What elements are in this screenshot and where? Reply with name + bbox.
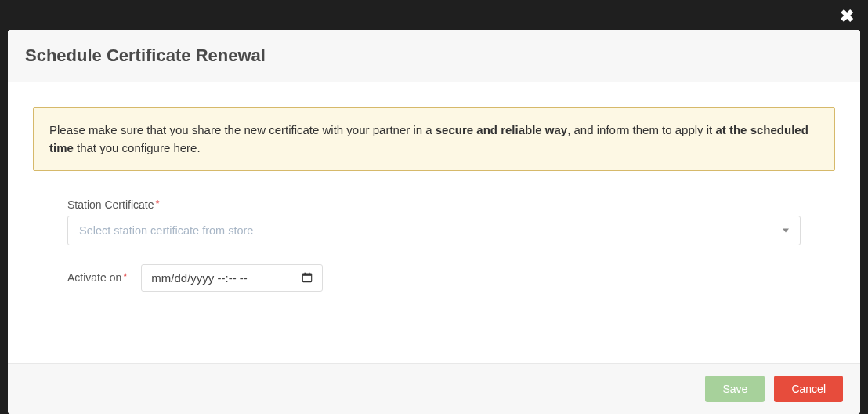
required-mark: * — [156, 198, 160, 209]
modal-footer: Save Cancel — [8, 363, 860, 414]
close-icon[interactable]: ✖ — [840, 6, 854, 27]
calendar-icon — [302, 272, 313, 283]
station-certificate-placeholder: Select station certificate from store — [79, 224, 253, 237]
chevron-down-icon — [783, 228, 789, 232]
modal-header: Schedule Certificate Renewal — [8, 30, 860, 82]
save-button[interactable]: Save — [705, 376, 765, 402]
alert-text-2: , and inform them to apply it — [567, 123, 715, 136]
svg-rect-1 — [303, 274, 312, 276]
station-certificate-select[interactable]: Select station certificate from store — [67, 216, 801, 245]
form-area: Station Certificate* Select station cert… — [33, 198, 835, 292]
warning-alert: Please make sure that you share the new … — [33, 107, 835, 171]
activate-on-placeholder: mm/dd/yyyy --:-- -- — [151, 271, 247, 285]
svg-rect-2 — [305, 273, 306, 275]
activate-on-label: Activate on — [67, 271, 121, 284]
modal-title: Schedule Certificate Renewal — [25, 45, 843, 66]
activate-on-row: Activate on* mm/dd/yyyy --:-- -- — [67, 264, 801, 292]
schedule-certificate-renewal-modal: Schedule Certificate Renewal Please make… — [8, 30, 860, 414]
modal-body: Please make sure that you share the new … — [8, 82, 860, 363]
required-mark: * — [123, 271, 127, 282]
cancel-button[interactable]: Cancel — [774, 376, 843, 402]
alert-text-3: that you configure here. — [74, 141, 201, 154]
activate-on-input[interactable]: mm/dd/yyyy --:-- -- — [141, 264, 323, 292]
station-certificate-label: Station Certificate — [67, 198, 154, 211]
alert-text-1: Please make sure that you share the new … — [49, 123, 436, 136]
station-certificate-row: Station Certificate* Select station cert… — [67, 198, 801, 245]
svg-rect-3 — [309, 273, 309, 275]
alert-bold-1: secure and reliable way — [436, 123, 567, 136]
